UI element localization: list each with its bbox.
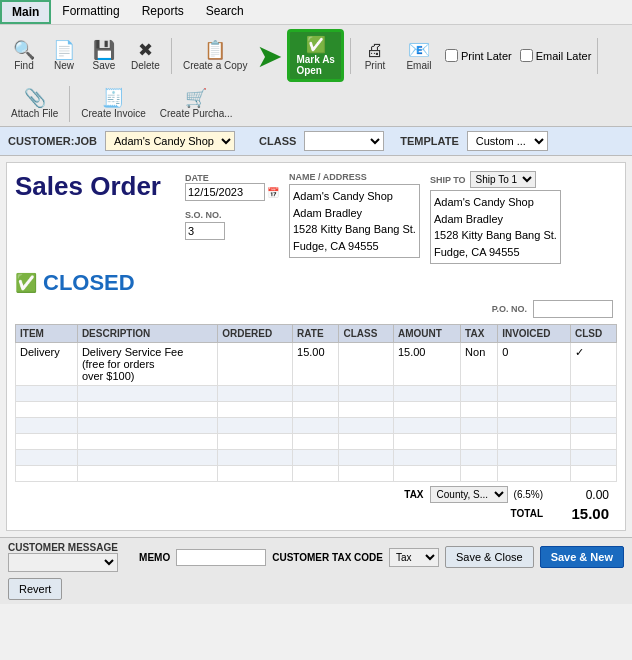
cell-class bbox=[339, 343, 393, 386]
bottom-bar: CUSTOMER MESSAGE MEMO CUSTOMER TAX CODE … bbox=[0, 537, 632, 604]
delete-label: Delete bbox=[131, 60, 160, 71]
customer-message-select[interactable] bbox=[8, 553, 118, 572]
calendar-icon[interactable]: 📅 bbox=[267, 187, 279, 198]
purchase-icon: 🛒 bbox=[185, 89, 207, 107]
print-icon: 🖨 bbox=[366, 41, 384, 59]
date-input[interactable]: 12/15/2023 bbox=[185, 183, 265, 201]
delete-icon: ✖ bbox=[138, 41, 153, 59]
table-empty-row-4 bbox=[16, 434, 617, 450]
cell-item: Delivery bbox=[16, 343, 78, 386]
tax-code-select[interactable]: Tax bbox=[389, 548, 439, 567]
po-no-input[interactable] bbox=[533, 300, 613, 318]
save-button[interactable]: 💾 Save bbox=[86, 38, 122, 74]
cell-amount: 15.00 bbox=[393, 343, 460, 386]
delete-button[interactable]: ✖ Delete bbox=[126, 38, 165, 74]
main-content: Sales Order DATE 12/15/2023 📅 S.O. NO. 3… bbox=[6, 162, 626, 531]
ship-to-address: Adam's Candy ShopAdam Bradley1528 Kitty … bbox=[430, 190, 561, 264]
ship-to-section: SHIP TO Ship To 1 Adam's Candy ShopAdam … bbox=[430, 171, 561, 264]
ship-to-header: SHIP TO Ship To 1 bbox=[430, 171, 561, 188]
print-later-row: Print Later bbox=[445, 49, 512, 62]
col-invoiced: INVOICED bbox=[498, 325, 571, 343]
total-amount: 15.00 bbox=[549, 505, 609, 522]
table-row: Delivery Delivery Service Fee(free for o… bbox=[16, 343, 617, 386]
tax-row: TAX County, S... (6.5%) 0.00 bbox=[404, 486, 609, 503]
table-header-row: ITEM DESCRIPTION ORDERED RATE CLASS AMOU… bbox=[16, 325, 617, 343]
items-table: ITEM DESCRIPTION ORDERED RATE CLASS AMOU… bbox=[15, 324, 617, 482]
tax-label: TAX bbox=[404, 489, 423, 500]
memo-input[interactable] bbox=[176, 549, 266, 566]
cell-invoiced: 0 bbox=[498, 343, 571, 386]
template-select[interactable]: Custom ... bbox=[467, 131, 548, 151]
save-label: Save bbox=[93, 60, 116, 71]
menu-main[interactable]: Main bbox=[0, 0, 51, 24]
customer-label: CUSTOMER:JOB bbox=[8, 135, 97, 147]
print-later-label: Print Later bbox=[461, 50, 512, 62]
ship-to-select[interactable]: Ship To 1 bbox=[470, 171, 536, 188]
new-button[interactable]: 📄 New bbox=[46, 38, 82, 74]
tax-select[interactable]: County, S... bbox=[430, 486, 508, 503]
toolbar: 🔍 Find 📄 New 💾 Save ✖ Delete 📋 Create a … bbox=[0, 25, 632, 127]
email-later-row: Email Later bbox=[520, 49, 592, 62]
po-no-label: P.O. NO. bbox=[492, 304, 527, 314]
so-no-input[interactable]: 3 bbox=[185, 222, 225, 240]
toolbar-separator-2 bbox=[350, 38, 351, 74]
invoice-icon: 🧾 bbox=[102, 89, 124, 107]
cell-clsd: ✓ bbox=[570, 343, 616, 386]
mark-open-icon: ✅ bbox=[306, 35, 326, 54]
email-later-label: Email Later bbox=[536, 50, 592, 62]
create-purchase-button[interactable]: 🛒 Create Purcha... bbox=[155, 86, 238, 122]
status-badge: CLOSED bbox=[43, 270, 135, 296]
print-label: Print bbox=[365, 60, 386, 71]
menu-reports[interactable]: Reports bbox=[131, 0, 195, 24]
email-button[interactable]: 📧 Email bbox=[401, 38, 437, 74]
find-button[interactable]: 🔍 Find bbox=[6, 38, 42, 74]
find-label: Find bbox=[14, 60, 33, 71]
date-section: DATE 12/15/2023 📅 bbox=[185, 173, 279, 201]
table-empty-row-5 bbox=[16, 450, 617, 466]
cell-tax: Non bbox=[461, 343, 498, 386]
revert-button[interactable]: Revert bbox=[8, 578, 62, 600]
email-label: Email bbox=[406, 60, 431, 71]
email-later-checkbox[interactable] bbox=[520, 49, 533, 62]
attach-file-button[interactable]: 📎 Attach File bbox=[6, 86, 63, 122]
customer-message-section: CUSTOMER MESSAGE bbox=[8, 542, 118, 572]
print-button[interactable]: 🖨 Print bbox=[357, 38, 393, 74]
tax-code-label: CUSTOMER TAX CODE bbox=[272, 552, 383, 563]
tax-amount: 0.00 bbox=[549, 488, 609, 502]
menu-formatting[interactable]: Formatting bbox=[51, 0, 130, 24]
customer-bar: CUSTOMER:JOB Adam's Candy Shop CLASS TEM… bbox=[0, 127, 632, 156]
closed-check-icon: ✅ bbox=[15, 272, 37, 294]
col-clsd: CLSD bbox=[570, 325, 616, 343]
create-invoice-label: Create Invoice bbox=[81, 108, 145, 119]
items-table-container: ITEM DESCRIPTION ORDERED RATE CLASS AMOU… bbox=[15, 324, 617, 482]
find-icon: 🔍 bbox=[13, 41, 35, 59]
cell-rate: 15.00 bbox=[293, 343, 339, 386]
customer-message-label: CUSTOMER MESSAGE bbox=[8, 542, 118, 553]
doc-header: Sales Order DATE 12/15/2023 📅 S.O. NO. 3… bbox=[15, 171, 617, 264]
totals-section: TAX County, S... (6.5%) 0.00 TOTAL 15.00 bbox=[15, 482, 617, 522]
toolbar-right: 📧 Email Print Later Email Later bbox=[401, 38, 591, 74]
col-amount: AMOUNT bbox=[393, 325, 460, 343]
mark-as-open-button[interactable]: ✅ Mark AsOpen bbox=[287, 29, 344, 82]
so-no-label: S.O. NO. bbox=[185, 210, 222, 220]
doc-title: Sales Order bbox=[15, 171, 175, 202]
menu-search[interactable]: Search bbox=[195, 0, 255, 24]
template-label: TEMPLATE bbox=[400, 135, 458, 147]
tax-pct: (6.5%) bbox=[514, 489, 543, 500]
class-select[interactable] bbox=[304, 131, 384, 151]
table-empty-row-2 bbox=[16, 402, 617, 418]
so-no-section: S.O. NO. 3 bbox=[185, 209, 279, 240]
toolbar-separator-1 bbox=[171, 38, 172, 74]
create-invoice-button[interactable]: 🧾 Create Invoice bbox=[76, 86, 150, 122]
col-class: CLASS bbox=[339, 325, 393, 343]
new-icon: 📄 bbox=[53, 41, 75, 59]
save-close-button[interactable]: Save & Close bbox=[445, 546, 534, 568]
arrow-container: ➤ bbox=[256, 40, 283, 72]
create-copy-button[interactable]: 📋 Create a Copy bbox=[178, 38, 252, 74]
green-arrow-icon: ➤ bbox=[256, 40, 283, 72]
save-new-button[interactable]: Save & New bbox=[540, 546, 624, 568]
ship-to-label: SHIP TO bbox=[430, 175, 466, 185]
print-later-checkbox[interactable] bbox=[445, 49, 458, 62]
customer-select[interactable]: Adam's Candy Shop bbox=[105, 131, 235, 151]
create-copy-label: Create a Copy bbox=[183, 60, 247, 71]
